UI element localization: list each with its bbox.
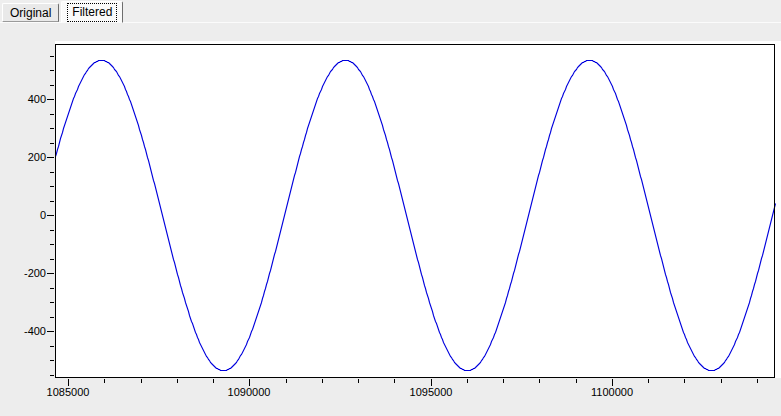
signal-plot (0, 23, 781, 416)
y-tick-label: 400 (4, 93, 46, 105)
tab-bar: Original Filtered (0, 0, 781, 22)
x-tick-label: 1100000 (591, 386, 633, 398)
y-tick-label: 0 (4, 209, 46, 221)
tab-page-filtered: 1085000109000010950001100000-400-2000200… (0, 22, 781, 416)
x-tick-label: 1085000 (47, 386, 90, 398)
app-window: Original Filtered 1085000109000010950001… (0, 0, 781, 416)
tab-filtered[interactable]: Filtered (61, 1, 123, 23)
x-tick-label: 1095000 (410, 386, 453, 398)
y-tick-label: -400 (4, 325, 46, 337)
y-tick-label: -200 (4, 267, 46, 279)
tab-filtered-label: Filtered (67, 3, 117, 22)
x-tick-label: 1090000 (228, 386, 271, 398)
tab-original[interactable]: Original (2, 3, 59, 22)
y-tick-label: 200 (4, 151, 46, 163)
tab-original-label: Original (10, 6, 51, 20)
